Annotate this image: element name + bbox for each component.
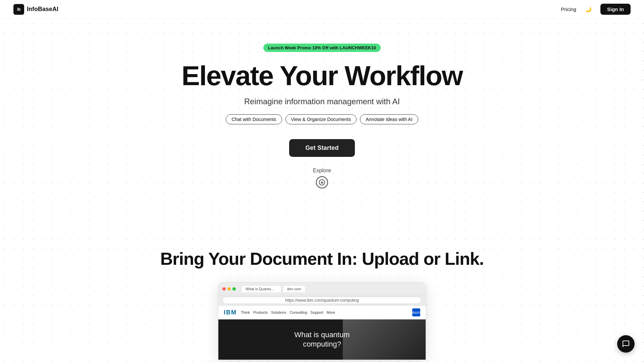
browser-content: IBM Think Products Solutions Consulting …	[218, 306, 426, 360]
logo-link[interactable]: ib InfoBaseAI	[13, 4, 58, 15]
ibm-hero-text: What is quantum computing?	[225, 330, 419, 349]
promo-badge: Launch Week Promo 10% Off with LAUNCHWEE…	[263, 44, 381, 52]
logo-icon: ib	[13, 4, 24, 15]
browser-tabs: What is Quantum Computing ibm.com	[241, 285, 422, 292]
ibm-nav-item-solutions: Solutions	[271, 310, 286, 314]
ibm-hero-line2: computing?	[225, 340, 419, 349]
navbar: ib InfoBaseAI Pricing 🌙 Sign In	[0, 0, 644, 19]
logo-text: InfoBaseAI	[27, 6, 58, 13]
ibm-subscribe-button[interactable]: Subscribe	[412, 308, 420, 316]
browser-tab-2[interactable]: ibm.com	[283, 285, 306, 292]
signin-button[interactable]: Sign In	[600, 4, 631, 15]
close-dot	[222, 287, 226, 291]
hero-section: Launch Week Promo 10% Off with LAUNCHWEE…	[0, 0, 644, 229]
moon-icon: 🌙	[585, 6, 592, 12]
browser-mockup: What is Quantum Computing ibm.com https:…	[218, 282, 426, 360]
minimize-dot	[227, 287, 231, 291]
tag-annotate-ideas[interactable]: Annotate Ideas with AI	[360, 114, 418, 124]
explore-section: Explore	[313, 168, 331, 188]
hero-title: Elevate Your Workflow	[181, 61, 462, 90]
browser-address-bar: https://www.ibm.com/quantum-computing	[218, 295, 426, 306]
ibm-navbar: IBM Think Products Solutions Consulting …	[218, 306, 426, 319]
browser-chrome: What is Quantum Computing ibm.com	[218, 283, 426, 295]
ibm-hero-banner: What is quantum computing?	[218, 319, 426, 360]
ibm-nav-item-think: Think	[241, 310, 250, 314]
upload-section: Bring Your Document In: Upload or Link. …	[0, 229, 644, 360]
browser-window: What is Quantum Computing ibm.com https:…	[218, 282, 426, 360]
ibm-nav-item-products: Products	[253, 310, 268, 314]
browser-traffic-lights	[222, 287, 236, 291]
ibm-hero-line1: What is quantum	[225, 330, 419, 340]
tag-chat-documents[interactable]: Chat with Documents	[226, 114, 282, 124]
hero-subtitle: Reimagine information management with AI	[244, 97, 400, 106]
ibm-nav-items: Think Products Solutions Consulting Supp…	[241, 310, 408, 314]
chat-bubble-button[interactable]	[617, 335, 635, 353]
ibm-nav-item-more: More	[327, 310, 335, 314]
navbar-right: Pricing 🌙 Sign In	[561, 4, 631, 15]
hero-tags: Chat with Documents View & Organize Docu…	[226, 114, 418, 124]
tag-view-documents[interactable]: View & Organize Documents	[285, 114, 357, 124]
pricing-link[interactable]: Pricing	[561, 6, 576, 12]
ibm-logo: IBM	[224, 309, 237, 316]
upload-section-title: Bring Your Document In: Upload or Link.	[13, 249, 631, 269]
get-started-button[interactable]: Get Started	[289, 139, 355, 157]
maximize-dot	[232, 287, 236, 291]
explore-down-icon[interactable]	[316, 176, 328, 188]
theme-toggle-button[interactable]: 🌙	[583, 4, 594, 15]
ibm-nav-item-consulting: Consulting	[290, 310, 307, 314]
explore-label: Explore	[313, 168, 331, 174]
browser-tab-1[interactable]: What is Quantum Computing	[241, 285, 281, 292]
address-input[interactable]: https://www.ibm.com/quantum-computing	[222, 297, 422, 304]
ibm-nav-item-support: Support	[311, 310, 324, 314]
